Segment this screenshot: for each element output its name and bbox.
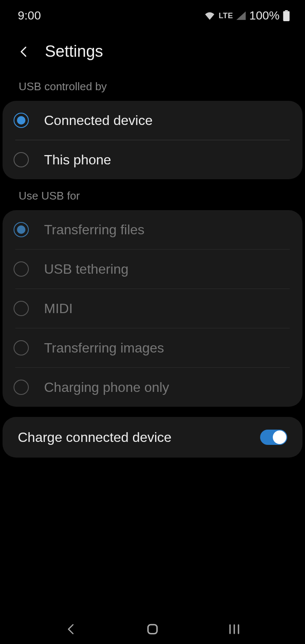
network-type: LTE (219, 11, 233, 20)
radio-icon (14, 222, 29, 237)
battery-icon (283, 10, 290, 21)
radio-icon (14, 152, 29, 167)
status-time: 9:00 (18, 9, 41, 22)
app-header: Settings (0, 30, 305, 80)
radio-icon (14, 301, 29, 316)
status-right: LTE 100% (204, 9, 290, 22)
radio-icon (14, 380, 29, 395)
back-icon[interactable] (18, 46, 30, 58)
radio-label: This phone (44, 152, 111, 168)
radio-icon (14, 340, 29, 355)
radio-connected-device[interactable]: Connected device (3, 101, 302, 140)
signal-icon (236, 11, 246, 20)
toggle-knob (273, 430, 286, 444)
radio-transferring-images[interactable]: Transferring images (3, 328, 302, 367)
svg-rect-2 (148, 625, 157, 633)
usb-controlled-by-card: Connected device This phone (3, 101, 302, 179)
svg-rect-0 (285, 10, 288, 11)
radio-label: Transferring images (44, 340, 164, 356)
nav-home-icon[interactable] (144, 621, 161, 638)
toggle-label: Charge connected device (18, 430, 172, 445)
radio-usb-tethering[interactable]: USB tethering (3, 250, 302, 289)
radio-label: Connected device (44, 113, 152, 128)
radio-label: Charging phone only (44, 380, 169, 395)
radio-label: Transferring files (44, 222, 144, 238)
radio-label: MIDI (44, 301, 73, 316)
radio-transferring-files[interactable]: Transferring files (3, 210, 302, 249)
use-usb-for-card: Transferring files USB tethering MIDI Tr… (3, 210, 302, 407)
nav-bar (0, 614, 305, 644)
wifi-icon (204, 11, 215, 20)
section-header-usb-controlled-by: USB controlled by (0, 80, 305, 101)
radio-this-phone[interactable]: This phone (3, 140, 302, 179)
radio-charging-only[interactable]: Charging phone only (3, 368, 302, 407)
nav-recents-icon[interactable] (226, 621, 243, 638)
radio-midi[interactable]: MIDI (3, 289, 302, 328)
charge-connected-device-card: Charge connected device (3, 417, 302, 458)
section-header-use-usb-for: Use USB for (0, 189, 305, 210)
toggle-switch[interactable] (260, 430, 287, 445)
radio-icon (14, 261, 29, 277)
radio-icon (14, 113, 29, 128)
svg-rect-1 (283, 11, 289, 21)
nav-back-icon[interactable] (62, 621, 79, 638)
status-bar: 9:00 LTE 100% (0, 0, 305, 30)
radio-label: USB tethering (44, 261, 128, 277)
charge-connected-device-row[interactable]: Charge connected device (3, 417, 302, 458)
battery-percent: 100% (249, 9, 280, 22)
page-title: Settings (45, 42, 103, 61)
